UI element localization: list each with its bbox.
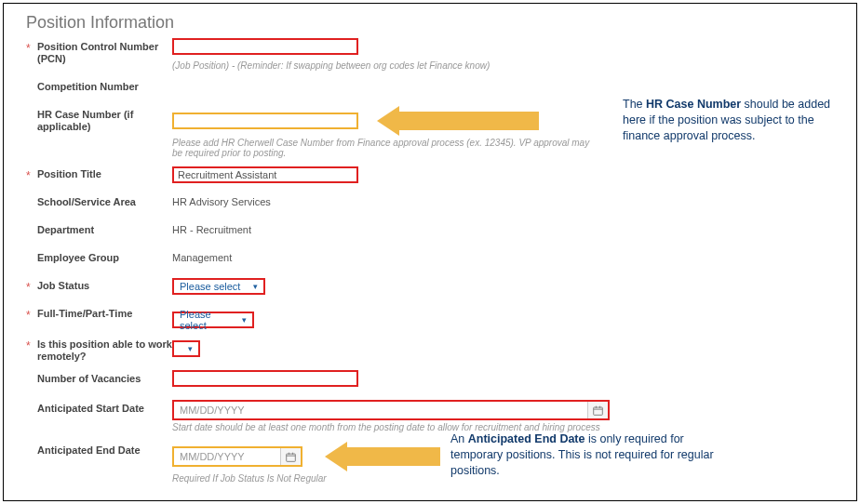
label-ft-pt: Full-Time/Part-Time [37,305,172,320]
chevron-down-icon: ▾ [242,315,247,325]
row-vacancies: Number of Vacancies [26,370,834,391]
calendar-icon [286,452,296,462]
label-remote: Is this position able to work remotely? [37,336,172,363]
ft-pt-value: Please select [180,309,235,331]
employee-group-value: Management [172,249,232,263]
label-start-date: Anticipated Start Date [37,400,172,415]
label-end-date: Anticipated End Date [37,442,172,457]
vacancies-input[interactable] [172,370,358,387]
calendar-button[interactable] [587,402,608,418]
job-status-value: Please select [180,281,240,292]
hr-case-input[interactable] [172,113,358,129]
label-vacancies: Number of Vacancies [37,370,172,385]
chevron-down-icon: ▾ [253,282,258,291]
calendar-button[interactable] [280,448,301,465]
pcn-hint: (Job Position) - (Reminder: If swapping … [172,60,490,71]
pcn-input[interactable] [172,38,358,55]
label-hr-case: HR Case Number (if applicable) [37,106,172,133]
calendar-icon [593,405,603,416]
label-job-status: Job Status [37,277,172,292]
required-marker: * [26,336,37,352]
svg-rect-0 [594,407,603,415]
row-job-status: * Job Status Please select ▾ [26,277,834,298]
row-pcn: * Position Control Number (PCN) (Job Pos… [26,38,834,71]
start-date-value: MM/DD/YYYY [174,405,587,416]
required-marker: * [26,277,37,294]
end-date-input[interactable]: MM/DD/YYYY [172,446,302,467]
label-position-title: Position Title [37,166,172,180]
chevron-down-icon: ▾ [188,344,193,353]
department-value: HR - Recruitment [172,221,251,235]
label-competition-number: Competition Number [37,78,172,93]
row-school-service: School/Service Area HR Advisory Services [26,193,834,214]
label-school-service: School/Service Area [37,193,172,208]
school-service-value: HR Advisory Services [172,193,271,207]
row-position-title: * Position Title Recruitment Assistant [26,166,834,186]
required-marker: * [26,305,37,322]
annotation-end-date: An Anticipated End Date is only required… [450,431,739,479]
label-pcn: Position Control Number (PCN) [37,38,172,65]
row-ft-pt: * Full-Time/Part-Time Please select ▾ [26,305,834,328]
arrow-end-date [325,442,440,471]
label-employee-group: Employee Group [37,249,172,264]
row-competition-number: Competition Number [26,78,834,99]
section-title: Position Information [26,13,834,33]
label-department: Department [37,221,172,236]
required-marker: * [26,166,37,182]
row-employee-group: Employee Group Management [26,249,834,270]
remote-select[interactable]: ▾ [172,340,200,357]
svg-rect-4 [287,454,296,461]
row-department: Department HR - Recruitment [26,221,834,242]
hr-case-hint: Please add HR Cherwell Case Number from … [172,138,600,158]
end-date-value: MM/DD/YYYY [174,451,280,462]
ft-pt-select[interactable]: Please select ▾ [172,312,254,328]
row-remote: * Is this position able to work remotely… [26,336,834,363]
job-status-select[interactable]: Please select ▾ [172,278,265,295]
position-title-input[interactable]: Recruitment Assistant [172,166,358,183]
required-marker: * [26,38,37,55]
end-date-hint: Required If Job Status Is Not Regular [172,473,440,484]
row-start-date: Anticipated Start Date MM/DD/YYYY Start … [26,400,834,432]
start-date-input[interactable]: MM/DD/YYYY [172,400,610,420]
annotation-hr-case: The HR Case Number should be added here … [623,97,832,144]
arrow-hr-case [377,106,539,136]
